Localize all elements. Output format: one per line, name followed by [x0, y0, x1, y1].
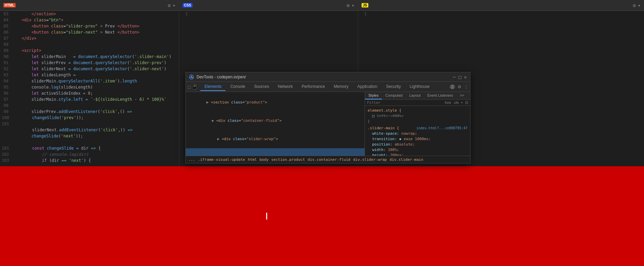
devtools-window-controls[interactable]: ─ □ ✕ [453, 74, 467, 80]
tab-performance[interactable]: Performance [298, 83, 329, 91]
tab-sources[interactable]: Sources [250, 83, 273, 91]
style-rule-element: element.style { □ left: -400%; } [365, 107, 470, 125]
breadcrumb-item[interactable]: html [248, 157, 257, 162]
preview-cursor [266, 213, 267, 220]
code-line: 83 </section> [0, 11, 179, 17]
css-editor-title: CSS [183, 3, 192, 7]
code-line: 99 sliderPrev.addEventListener('click',(… [0, 109, 179, 115]
tab-application[interactable]: Application [353, 83, 382, 91]
styles-tab-layout[interactable]: Layout [406, 92, 424, 99]
settings-icon[interactable]: ⚙ [458, 84, 461, 89]
devtools-styles: Styles Computed Layout Event Listeners >… [365, 92, 470, 156]
css-editor-controls[interactable]: ⚙ ▾ [347, 3, 354, 8]
devtools-tabs-right[interactable]: 2 ⚙ ⋮ [448, 84, 468, 89]
js-icon: JS [362, 3, 368, 7]
add-rule-icon[interactable]: + [461, 100, 463, 105]
html-editor[interactable]: HTML ⚙ ▾ 83 </section> 84 <div class="bt… [0, 0, 179, 166]
settings-icon[interactable]: ⚙ [347, 3, 349, 8]
code-line: 95 console.log(slidesLength) [0, 84, 179, 90]
console-badge: 2 [450, 84, 455, 89]
devtools-tab-icons[interactable]: ⬚ 📱 [188, 84, 198, 90]
inspect-icon[interactable]: ⬚ [188, 84, 190, 90]
devtools-breadcrumb: ... .iframe-visual-update html body sect… [186, 156, 470, 163]
breadcrumb-item[interactable]: section.product [271, 157, 305, 162]
code-line: 100 [0, 139, 179, 145]
breadcrumb-item[interactable]: body [259, 157, 269, 162]
dom-line: ▶ <div class="container-fluid"> [186, 112, 365, 130]
html-icon: HTML [3, 3, 16, 7]
js-editor-controls[interactable]: ⚙ ▾ [633, 3, 641, 8]
tab-elements[interactable]: Elements [200, 83, 225, 91]
code-line: 91 let sliderPrev = document.querySelect… [0, 60, 179, 66]
chevron-down-icon[interactable]: ▾ [173, 3, 176, 8]
code-line: 89 <script> [0, 48, 179, 54]
breadcrumb-item[interactable]: div.container-fluid [308, 157, 350, 162]
chevron-down-icon[interactable]: ▾ [638, 3, 641, 8]
js-editor-title: JS [362, 3, 368, 7]
breadcrumb-item[interactable]: .iframe-visual-update [198, 157, 245, 162]
dom-line: ▶ <section class="product"> [186, 93, 365, 112]
more-icon[interactable]: ⋮ [464, 84, 468, 89]
devtools-body: ▶ <section class="product"> ▶ <div class… [186, 92, 470, 156]
preview-area [0, 166, 644, 266]
styles-tab-computed[interactable]: Computed [382, 92, 406, 99]
settings-icon[interactable]: ⚙ [168, 3, 170, 8]
code-line: 88 [0, 41, 179, 48]
chevron-down-icon[interactable]: ▾ [352, 3, 354, 8]
styles-tab-styles[interactable]: Styles [365, 92, 382, 99]
styles-tab-event-listeners[interactable]: Event Listeners [424, 92, 457, 99]
tab-network[interactable]: Network [274, 83, 297, 91]
code-line: 1 [179, 11, 358, 17]
breadcrumb-item[interactable]: div.slider-wrap [353, 157, 387, 162]
dom-line-selected: ▼ <div class="slider-main" style="/* lef… [186, 148, 365, 156]
code-line: 101 const changeSlide = dir => { [0, 145, 179, 151]
maximize-button[interactable]: □ [458, 74, 461, 80]
styles-filter[interactable]: :hov .cls + ⊡ [365, 100, 470, 106]
styles-filter-input[interactable] [367, 100, 444, 105]
code-line: 101 [0, 121, 179, 127]
device-icon[interactable]: 📱 [192, 84, 198, 90]
cls-filter[interactable]: .cls [453, 100, 459, 105]
html-editor-controls[interactable]: ⚙ ▾ [168, 3, 176, 8]
tab-memory[interactable]: Memory [330, 83, 352, 91]
tab-security[interactable]: Security [382, 83, 405, 91]
devtools-tabs[interactable]: ⬚ 📱 Elements Console Sources Network Per… [186, 82, 470, 92]
styles-tabs[interactable]: Styles Computed Layout Event Listeners >… [365, 92, 470, 100]
code-line: 93 let slidesLength = [0, 72, 179, 78]
hover-filter[interactable]: :hov [444, 100, 451, 105]
html-code-area: 83 </section> 84 <div class="btn"> 85 <b… [0, 11, 179, 164]
styles-content: element.style { □ left: -400%; } .slider… [365, 106, 470, 156]
code-line: 85 <button class="slider-prev" > Prev </… [0, 23, 179, 29]
css-code-area: 1 [179, 11, 358, 17]
close-button[interactable]: ✕ [464, 74, 467, 80]
js-code-area: 1 [358, 11, 644, 17]
breadcrumb-item[interactable]: div.slider-main [389, 157, 423, 162]
devtools-titlebar: DevTools - codepen.io/pen/ ─ □ ✕ [186, 72, 470, 82]
code-line: 98 [0, 102, 179, 109]
filter-icons[interactable]: :hov .cls + ⊡ [444, 100, 468, 105]
tab-lighthouse[interactable]: Lighthouse [406, 83, 434, 91]
css-icon: CSS [183, 3, 192, 7]
css-editor-header: CSS ⚙ ▾ [179, 0, 358, 11]
settings-icon[interactable]: ⚙ [633, 3, 636, 8]
devtools-panel: DevTools - codepen.io/pen/ ─ □ ✕ ⬚ 📱 Ele… [185, 72, 471, 164]
breadcrumb-item[interactable]: ... [188, 157, 195, 162]
devtools-dom[interactable]: ▶ <section class="product"> ▶ <div class… [186, 92, 365, 156]
tab-console[interactable]: Console [226, 83, 249, 91]
minimize-button[interactable]: ─ [453, 74, 456, 80]
code-line: 92 let sliderNext = document.querySelect… [0, 66, 179, 72]
code-line: 1 [358, 11, 644, 17]
html-editor-header: HTML ⚙ ▾ [0, 0, 179, 11]
svg-line-4 [190, 77, 191, 78]
chrome-icon [189, 75, 194, 79]
code-line: 100 changeSlide('prev')); [0, 115, 179, 121]
code-line: 96 let activeSlideIndex = 0; [0, 90, 179, 96]
html-editor-title: HTML [3, 3, 16, 7]
styles-tab-more[interactable]: >> [457, 92, 468, 99]
devtools-title-text: DevTools - codepen.io/pen/ [197, 75, 246, 79]
code-line: 102 // console.log(dir) [0, 151, 179, 157]
code-line: 103 if (dir == 'next') { [0, 157, 179, 164]
more-icon[interactable]: ⊡ [465, 100, 468, 105]
code-line: 90 let sliderMain = document.querySelect… [0, 54, 179, 60]
svg-line-3 [192, 77, 193, 78]
